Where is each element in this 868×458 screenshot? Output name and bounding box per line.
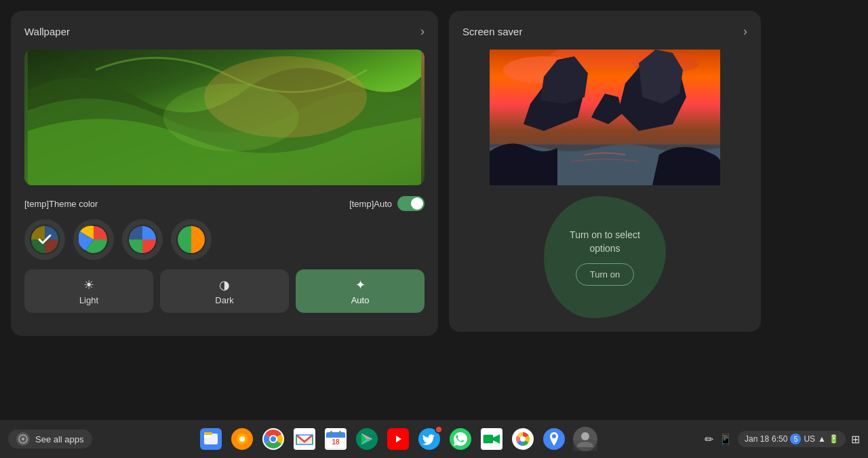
- taskbar-app-youtube[interactable]: [384, 425, 412, 453]
- wifi-icon: ▲: [818, 434, 826, 444]
- dark-label: Dark: [215, 295, 233, 305]
- launcher-svg: [18, 434, 28, 444]
- see-all-apps-button[interactable]: See all apps: [8, 430, 92, 449]
- color-circles: [24, 219, 425, 260]
- turn-on-text: Turn on to select options: [557, 229, 652, 255]
- dark-icon: ◑: [219, 278, 230, 292]
- svg-point-45: [581, 432, 589, 440]
- color-circle-1[interactable]: [24, 219, 65, 260]
- screensaver-image: [462, 50, 747, 185]
- svg-rect-32: [330, 431, 332, 435]
- auto-icon: ✦: [355, 278, 366, 292]
- tray-time: 6:50: [772, 434, 787, 444]
- wallpaper-preview[interactable]: [24, 50, 425, 185]
- battery-badge: 5: [790, 434, 801, 444]
- svg-rect-46: [573, 440, 597, 451]
- auto-text: [temp]Auto: [349, 199, 392, 209]
- theme-color-section: [temp]Theme color [temp]Auto: [24, 196, 425, 313]
- svg-point-14: [22, 438, 24, 440]
- svg-point-24: [271, 436, 276, 442]
- taskbar-app-calendar[interactable]: 18: [322, 425, 349, 453]
- auto-mode-button[interactable]: ✦ Auto: [296, 269, 425, 313]
- system-tray[interactable]: Jan 18 6:50 5 US ▲ 🔋: [738, 431, 846, 447]
- wallpaper-chevron-icon[interactable]: ›: [420, 24, 425, 39]
- screensaver-card-header: Screen saver ›: [462, 24, 747, 39]
- dark-mode-button[interactable]: ◑ Dark: [160, 269, 289, 313]
- screensaver-chevron-icon[interactable]: ›: [743, 24, 747, 39]
- taskbar-app-twitter[interactable]: [416, 425, 443, 453]
- wallpaper-title: Wallpaper: [24, 26, 70, 37]
- screensaver-preview[interactable]: [462, 50, 747, 185]
- wallpaper-image: [24, 50, 425, 185]
- taskbar-app-discover[interactable]: [229, 425, 256, 453]
- launcher-icon: [16, 432, 30, 446]
- color-circle-4[interactable]: [171, 219, 212, 260]
- svg-rect-30: [326, 436, 345, 438]
- mode-buttons: ☀ Light ◑ Dark ✦ Auto: [24, 269, 425, 313]
- locale-label: US: [804, 434, 815, 444]
- taskbar-apps: 18: [98, 425, 699, 453]
- svg-point-21: [239, 436, 245, 442]
- taskbar-app-files[interactable]: [197, 425, 224, 453]
- screensaver-card: Screen saver ›: [449, 11, 761, 332]
- svg-point-41: [520, 436, 526, 442]
- svg-text:18: 18: [332, 438, 340, 446]
- screen-tiles-icon[interactable]: ⊞: [851, 433, 860, 446]
- turn-on-badge: Turn on to select options Turn on: [544, 196, 666, 318]
- svg-rect-33: [339, 431, 341, 435]
- pen-icon[interactable]: ✏: [705, 433, 713, 446]
- svg-rect-18: [204, 432, 212, 435]
- auto-toggle[interactable]: [397, 196, 425, 211]
- svg-point-2: [163, 83, 299, 151]
- battery-icon: 🔋: [829, 434, 839, 444]
- svg-point-43: [552, 434, 556, 438]
- auto-label: Auto: [351, 295, 370, 305]
- wallpaper-card: Wallpaper ›: [11, 11, 438, 336]
- light-mode-button[interactable]: ☀ Light: [24, 269, 153, 313]
- theme-color-header: [temp]Theme color [temp]Auto: [24, 196, 425, 211]
- taskbar: See all apps: [0, 420, 868, 458]
- auto-toggle-group: [temp]Auto: [349, 196, 425, 211]
- color-circle-2[interactable]: [73, 219, 114, 260]
- taskbar-app-gmail[interactable]: [291, 425, 318, 453]
- light-icon: ☀: [83, 278, 94, 292]
- taskbar-app-playstore[interactable]: [353, 425, 380, 453]
- taskbar-app-maps[interactable]: [540, 425, 568, 453]
- see-all-apps-label: See all apps: [35, 434, 84, 444]
- color-circle-3[interactable]: [122, 219, 163, 260]
- twitter-notification-badge: [435, 425, 443, 434]
- phone-icon[interactable]: 📱: [719, 433, 732, 446]
- light-label: Light: [79, 295, 98, 305]
- taskbar-app-whatsapp[interactable]: [447, 425, 474, 453]
- main-content: Wallpaper ›: [0, 0, 868, 420]
- theme-color-label: [temp]Theme color: [24, 199, 98, 209]
- wallpaper-card-header: Wallpaper ›: [24, 24, 425, 39]
- turn-on-section: Turn on to select options Turn on: [462, 196, 747, 318]
- taskbar-app-profile[interactable]: [572, 425, 599, 453]
- taskbar-app-chrome[interactable]: [260, 425, 287, 453]
- taskbar-app-photos[interactable]: [509, 425, 536, 453]
- screensaver-title: Screen saver: [462, 26, 522, 37]
- taskbar-right: ✏ 📱 Jan 18 6:50 5 US ▲ 🔋 ⊞: [705, 431, 860, 447]
- tray-date: Jan 18: [745, 434, 769, 444]
- taskbar-app-meet[interactable]: [478, 425, 505, 453]
- turn-on-button[interactable]: Turn on: [576, 263, 634, 286]
